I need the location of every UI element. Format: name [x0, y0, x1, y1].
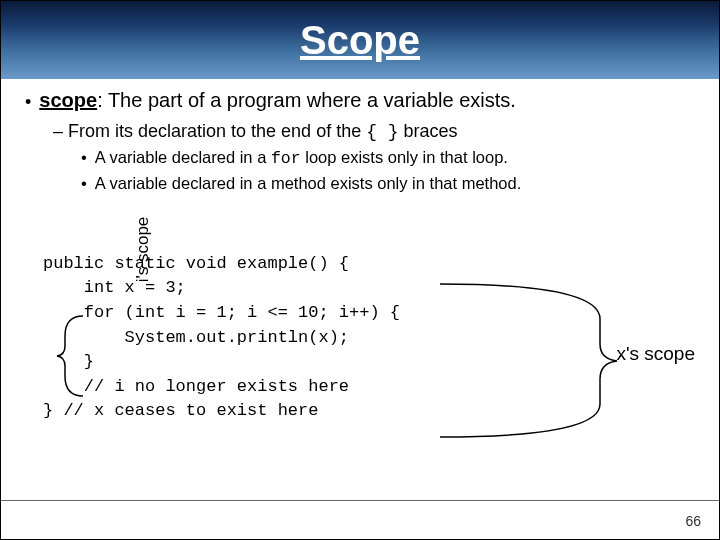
title-banner: Scope: [1, 1, 719, 79]
term-scope: scope: [39, 89, 97, 111]
code-line-3: for (int i = 1; i <= 10; i++) {: [43, 303, 400, 322]
sub2-text: A variable declared in a method exists o…: [95, 174, 522, 193]
page-number: 66: [685, 513, 701, 529]
definition-text: : The part of a program where a variable…: [97, 89, 516, 111]
code-line-7: } // x ceases to exist here: [43, 401, 318, 420]
bullet-dot: •: [25, 89, 31, 115]
bullet-dot: •: [81, 148, 87, 168]
slide-title: Scope: [300, 18, 420, 63]
sub-bullet-text: A variable declared in a for loop exists…: [95, 148, 508, 168]
dash-prefix: – From its declaration to the end of the: [53, 121, 366, 141]
sub1-a: A variable declared in a: [95, 148, 271, 166]
for-code: for: [271, 149, 301, 168]
i-scope-label: i's scope: [131, 217, 156, 283]
bullet-dot: •: [81, 174, 87, 193]
bullet-scope-definition: • scope: The part of a program where a v…: [25, 89, 695, 115]
sub1-b: loop exists only in that loop.: [301, 148, 508, 166]
x-scope-bracket-icon: [435, 279, 625, 444]
braces-code: { }: [366, 122, 398, 142]
dash-line: – From its declaration to the end of the…: [53, 121, 695, 142]
footer-divider: [1, 500, 719, 501]
i-scope-bracket-icon: [53, 311, 93, 401]
x-scope-label: x's scope: [616, 343, 695, 365]
bullet-text: scope: The part of a program where a var…: [39, 89, 516, 115]
sub-bullet-method: • A variable declared in a method exists…: [81, 174, 695, 193]
code-line-2: int x = 3;: [43, 278, 186, 297]
dash-suffix: braces: [399, 121, 458, 141]
code-line-1: public static void example() {: [43, 254, 349, 273]
sub-bullet-for-loop: • A variable declared in a for loop exis…: [81, 148, 695, 168]
